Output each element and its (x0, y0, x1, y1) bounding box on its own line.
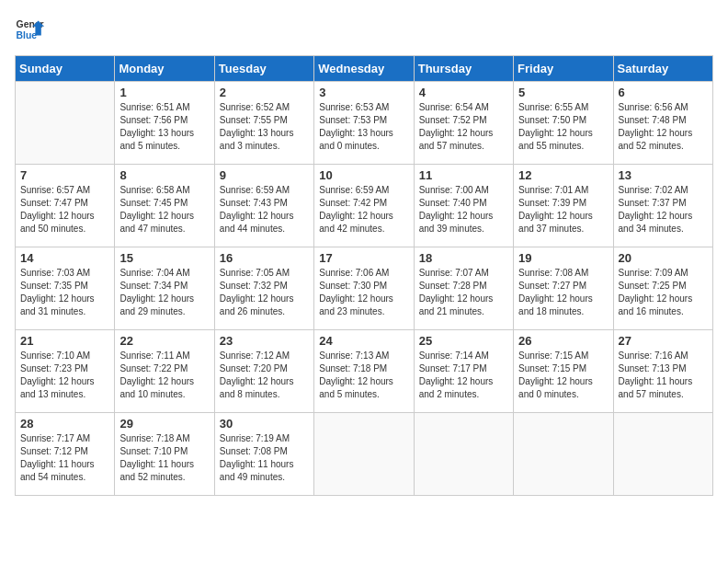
calendar-cell: 6Sunrise: 6:56 AMSunset: 7:48 PMDaylight… (613, 82, 712, 165)
calendar-cell: 11Sunrise: 7:00 AMSunset: 7:40 PMDayligh… (414, 165, 513, 247)
calendar-cell (16, 82, 115, 165)
day-number: 14 (20, 251, 109, 265)
week-row-5: 28Sunrise: 7:17 AMSunset: 7:12 PMDayligh… (16, 413, 713, 496)
day-info: Sunrise: 6:53 AMSunset: 7:53 PMDaylight:… (319, 101, 408, 153)
day-number: 6 (619, 86, 708, 99)
day-info: Sunrise: 6:59 AMSunset: 7:42 PMDaylight:… (319, 184, 408, 236)
calendar-cell: 13Sunrise: 7:02 AMSunset: 7:37 PMDayligh… (613, 165, 712, 247)
day-info: Sunrise: 7:02 AMSunset: 7:37 PMDaylight:… (619, 184, 708, 236)
weekday-header-monday: Monday (115, 56, 214, 82)
weekday-header-saturday: Saturday (613, 56, 712, 82)
day-number: 20 (619, 251, 708, 265)
weekday-header-friday: Friday (514, 56, 613, 82)
week-row-1: 1Sunrise: 6:51 AMSunset: 7:56 PMDaylight… (16, 82, 713, 165)
calendar-cell: 9Sunrise: 6:59 AMSunset: 7:43 PMDaylight… (214, 165, 313, 247)
day-number: 19 (518, 251, 608, 265)
day-info: Sunrise: 7:00 AMSunset: 7:40 PMDaylight:… (419, 184, 508, 236)
day-number: 1 (119, 86, 209, 99)
day-info: Sunrise: 7:07 AMSunset: 7:28 PMDaylight:… (419, 267, 508, 318)
header: General Blue (15, 15, 713, 44)
calendar-cell: 16Sunrise: 7:05 AMSunset: 7:32 PMDayligh… (214, 247, 313, 330)
day-number: 13 (619, 168, 708, 182)
day-info: Sunrise: 7:05 AMSunset: 7:32 PMDaylight:… (220, 267, 309, 318)
week-row-3: 14Sunrise: 7:03 AMSunset: 7:35 PMDayligh… (16, 247, 713, 330)
day-info: Sunrise: 6:51 AMSunset: 7:56 PMDaylight:… (119, 101, 209, 153)
calendar-cell: 8Sunrise: 6:58 AMSunset: 7:45 PMDaylight… (115, 165, 214, 247)
day-number: 24 (319, 334, 408, 348)
day-info: Sunrise: 7:08 AMSunset: 7:27 PMDaylight:… (518, 267, 608, 318)
weekday-header-wednesday: Wednesday (314, 56, 414, 82)
calendar-cell: 24Sunrise: 7:13 AMSunset: 7:18 PMDayligh… (314, 330, 414, 413)
day-info: Sunrise: 6:59 AMSunset: 7:43 PMDaylight:… (220, 184, 309, 236)
day-info: Sunrise: 7:12 AMSunset: 7:20 PMDaylight:… (220, 350, 309, 401)
calendar-cell: 10Sunrise: 6:59 AMSunset: 7:42 PMDayligh… (314, 165, 414, 247)
calendar-cell: 28Sunrise: 7:17 AMSunset: 7:12 PMDayligh… (16, 413, 115, 496)
day-info: Sunrise: 7:14 AMSunset: 7:17 PMDaylight:… (419, 350, 508, 401)
calendar-cell: 5Sunrise: 6:55 AMSunset: 7:50 PMDaylight… (514, 82, 613, 165)
day-number: 23 (220, 334, 309, 348)
calendar-cell: 20Sunrise: 7:09 AMSunset: 7:25 PMDayligh… (613, 247, 712, 330)
day-number: 2 (220, 86, 309, 99)
calendar-cell: 30Sunrise: 7:19 AMSunset: 7:08 PMDayligh… (214, 413, 313, 496)
weekday-header-sunday: Sunday (16, 56, 115, 82)
day-info: Sunrise: 7:16 AMSunset: 7:13 PMDaylight:… (619, 350, 708, 401)
day-info: Sunrise: 7:04 AMSunset: 7:34 PMDaylight:… (119, 267, 209, 318)
logo: General Blue (15, 15, 44, 44)
day-info: Sunrise: 7:10 AMSunset: 7:23 PMDaylight:… (20, 350, 109, 401)
day-number: 5 (518, 86, 608, 99)
day-info: Sunrise: 7:19 AMSunset: 7:08 PMDaylight:… (220, 432, 309, 484)
day-number: 29 (119, 417, 209, 431)
day-number: 26 (518, 334, 608, 348)
calendar-cell: 4Sunrise: 6:54 AMSunset: 7:52 PMDaylight… (414, 82, 513, 165)
calendar-cell: 12Sunrise: 7:01 AMSunset: 7:39 PMDayligh… (514, 165, 613, 247)
day-number: 30 (220, 417, 309, 431)
day-number: 25 (419, 334, 508, 348)
day-number: 18 (419, 251, 508, 265)
calendar-cell: 21Sunrise: 7:10 AMSunset: 7:23 PMDayligh… (16, 330, 115, 413)
day-info: Sunrise: 6:52 AMSunset: 7:55 PMDaylight:… (220, 101, 309, 153)
calendar-cell: 29Sunrise: 7:18 AMSunset: 7:10 PMDayligh… (115, 413, 214, 496)
calendar-cell: 14Sunrise: 7:03 AMSunset: 7:35 PMDayligh… (16, 247, 115, 330)
day-number: 10 (319, 168, 408, 182)
day-number: 22 (119, 334, 209, 348)
weekday-header-tuesday: Tuesday (214, 56, 313, 82)
calendar-cell: 26Sunrise: 7:15 AMSunset: 7:15 PMDayligh… (514, 330, 613, 413)
calendar-cell: 18Sunrise: 7:07 AMSunset: 7:28 PMDayligh… (414, 247, 513, 330)
day-number: 11 (419, 168, 508, 182)
day-number: 7 (20, 168, 109, 182)
day-number: 8 (119, 168, 209, 182)
day-number: 12 (518, 168, 608, 182)
day-number: 28 (20, 417, 109, 431)
day-number: 9 (220, 168, 309, 182)
week-row-4: 21Sunrise: 7:10 AMSunset: 7:23 PMDayligh… (16, 330, 713, 413)
day-info: Sunrise: 7:09 AMSunset: 7:25 PMDaylight:… (619, 267, 708, 318)
calendar-cell: 23Sunrise: 7:12 AMSunset: 7:20 PMDayligh… (214, 330, 313, 413)
calendar-cell: 27Sunrise: 7:16 AMSunset: 7:13 PMDayligh… (613, 330, 712, 413)
day-number: 16 (220, 251, 309, 265)
day-info: Sunrise: 6:56 AMSunset: 7:48 PMDaylight:… (619, 101, 708, 153)
weekday-header-row: SundayMondayTuesdayWednesdayThursdayFrid… (16, 56, 713, 82)
calendar-cell: 15Sunrise: 7:04 AMSunset: 7:34 PMDayligh… (115, 247, 214, 330)
calendar-cell (514, 413, 613, 496)
day-info: Sunrise: 6:57 AMSunset: 7:47 PMDaylight:… (20, 184, 109, 236)
calendar-cell: 1Sunrise: 6:51 AMSunset: 7:56 PMDaylight… (115, 82, 214, 165)
day-info: Sunrise: 7:18 AMSunset: 7:10 PMDaylight:… (119, 432, 209, 484)
weekday-header-thursday: Thursday (414, 56, 513, 82)
day-info: Sunrise: 6:54 AMSunset: 7:52 PMDaylight:… (419, 101, 508, 153)
calendar-table: SundayMondayTuesdayWednesdayThursdayFrid… (15, 55, 713, 496)
day-number: 17 (319, 251, 408, 265)
week-row-2: 7Sunrise: 6:57 AMSunset: 7:47 PMDaylight… (16, 165, 713, 247)
calendar-cell: 25Sunrise: 7:14 AMSunset: 7:17 PMDayligh… (414, 330, 513, 413)
calendar-cell: 17Sunrise: 7:06 AMSunset: 7:30 PMDayligh… (314, 247, 414, 330)
day-info: Sunrise: 7:01 AMSunset: 7:39 PMDaylight:… (518, 184, 608, 236)
day-info: Sunrise: 6:55 AMSunset: 7:50 PMDaylight:… (518, 101, 608, 153)
logo-icon: General Blue (15, 15, 44, 44)
calendar-cell: 19Sunrise: 7:08 AMSunset: 7:27 PMDayligh… (514, 247, 613, 330)
day-info: Sunrise: 7:15 AMSunset: 7:15 PMDaylight:… (518, 350, 608, 401)
calendar-cell: 3Sunrise: 6:53 AMSunset: 7:53 PMDaylight… (314, 82, 414, 165)
day-info: Sunrise: 7:13 AMSunset: 7:18 PMDaylight:… (319, 350, 408, 401)
calendar-cell: 22Sunrise: 7:11 AMSunset: 7:22 PMDayligh… (115, 330, 214, 413)
day-info: Sunrise: 7:11 AMSunset: 7:22 PMDaylight:… (119, 350, 209, 401)
svg-text:Blue: Blue (17, 30, 38, 40)
day-number: 27 (619, 334, 708, 348)
